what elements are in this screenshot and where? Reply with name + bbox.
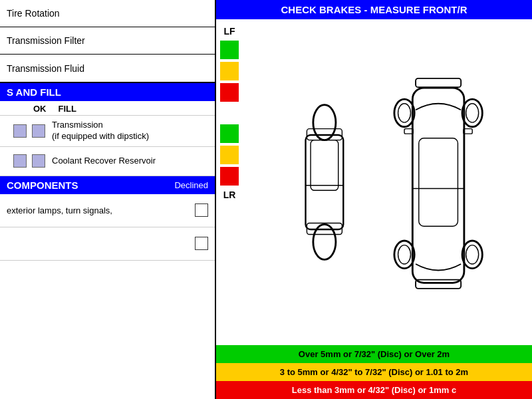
- svg-rect-16: [419, 138, 458, 226]
- footer-bar-green: Over 5mm or 7/32" (Disc) or Over 2m: [216, 345, 532, 363]
- service-item-trans-filter: Transmission Filter: [0, 27, 215, 55]
- lf-label: LF: [223, 26, 235, 37]
- footer-green-text: Over 5mm or 7/32" (Disc) or Over 2m: [299, 349, 450, 359]
- service-item-label: Tire Rotation: [7, 8, 60, 19]
- svg-point-14: [466, 245, 479, 264]
- transmission-ok-checkbox[interactable]: [13, 124, 27, 138]
- fill-label: FILL: [59, 104, 76, 114]
- components-header: COMPONENTS Declined: [0, 176, 215, 194]
- component-row-empty: [0, 227, 215, 261]
- svg-rect-21: [416, 280, 461, 289]
- right-panel: CHECK BRAKES - MEASURE FRONT/R LF LR: [216, 0, 532, 399]
- transmission-checkboxes: [13, 124, 45, 138]
- ok-label: OK: [33, 104, 47, 114]
- service-items-list: Tire Rotation Transmission Filter Transm…: [0, 0, 215, 82]
- svg-rect-15: [412, 88, 464, 283]
- fluid-row-transmission: Transmission(if equipped with dipstick): [0, 116, 215, 147]
- fluid-row-coolant: Coolant Recover Reservoir: [0, 147, 215, 176]
- brake-footer: Over 5mm or 7/32" (Disc) or Over 2m 3 to…: [216, 345, 532, 399]
- service-item-tire-rotation: Tire Rotation: [0, 0, 215, 27]
- component-lamps-checkbox[interactable]: [195, 203, 208, 217]
- fluid-transmission-label: Transmission(if equipped with dipstick): [52, 120, 149, 142]
- coolant-ok-checkbox[interactable]: [13, 154, 27, 168]
- service-item-label: Transmission Fluid: [7, 63, 84, 74]
- fluid-column-headers: OK FILL: [0, 101, 215, 116]
- service-item-label: Transmission Filter: [7, 35, 85, 46]
- footer-bar-red: Less than 3mm or 4/32" (Disc) or 1mm c: [216, 381, 532, 399]
- svg-point-12: [466, 104, 479, 122]
- footer-red-text: Less than 3mm or 4/32" (Disc) or 1mm c: [292, 385, 456, 395]
- svg-point-11: [398, 104, 411, 122]
- svg-rect-3: [311, 140, 338, 191]
- lf-yellow-box: [220, 62, 239, 80]
- lf-red-box: [220, 83, 239, 102]
- fluid-section: S AND FILL OK FILL Transmission(if equip…: [0, 82, 215, 176]
- coolant-fill-checkbox[interactable]: [32, 154, 45, 168]
- brake-header-text: CHECK BRAKES - MEASURE FRONT/R: [281, 4, 467, 15]
- component-lamps-label: exterior lamps, turn signals,: [7, 205, 190, 215]
- car-diagram: [243, 19, 532, 345]
- component-row-lamps: exterior lamps, turn signals,: [0, 194, 215, 227]
- svg-rect-2: [306, 135, 344, 229]
- components-section: COMPONENTS Declined exterior lamps, turn…: [0, 176, 215, 399]
- svg-rect-20: [416, 78, 461, 87]
- fluid-header-text: S AND FILL: [7, 86, 61, 98]
- footer-bar-yellow: 3 to 5mm or 4/32" to 7/32" (Disc) or 1.0…: [216, 363, 532, 381]
- lr-top-red-box: [220, 167, 239, 186]
- lf-green-box: [220, 41, 239, 59]
- brake-content-area: LF LR: [216, 19, 532, 345]
- declined-label: Declined: [174, 180, 208, 190]
- service-item-trans-fluid: Transmission Fluid: [0, 55, 215, 82]
- components-header-text: COMPONENTS: [7, 180, 78, 191]
- fluid-coolant-label: Coolant Recover Reservoir: [52, 156, 156, 167]
- brake-section-header: CHECK BRAKES - MEASURE FRONT/R: [216, 0, 532, 19]
- lr-top-yellow-box: [220, 146, 239, 164]
- left-panel: Tire Rotation Transmission Filter Transm…: [0, 0, 216, 399]
- coolant-checkboxes: [13, 154, 45, 168]
- svg-point-13: [398, 245, 411, 264]
- lr-top-green-box: [220, 124, 239, 143]
- lr-label: LR: [223, 190, 236, 200]
- footer-yellow-text: 3 to 5mm or 4/32" to 7/32" (Disc) or 1.0…: [280, 367, 468, 377]
- component-empty-checkbox[interactable]: [195, 237, 208, 250]
- transmission-fill-checkbox[interactable]: [32, 124, 45, 138]
- lf-legend: LF LR: [216, 19, 243, 345]
- car-svg: [249, 66, 525, 299]
- fluid-section-header: S AND FILL: [0, 83, 215, 101]
